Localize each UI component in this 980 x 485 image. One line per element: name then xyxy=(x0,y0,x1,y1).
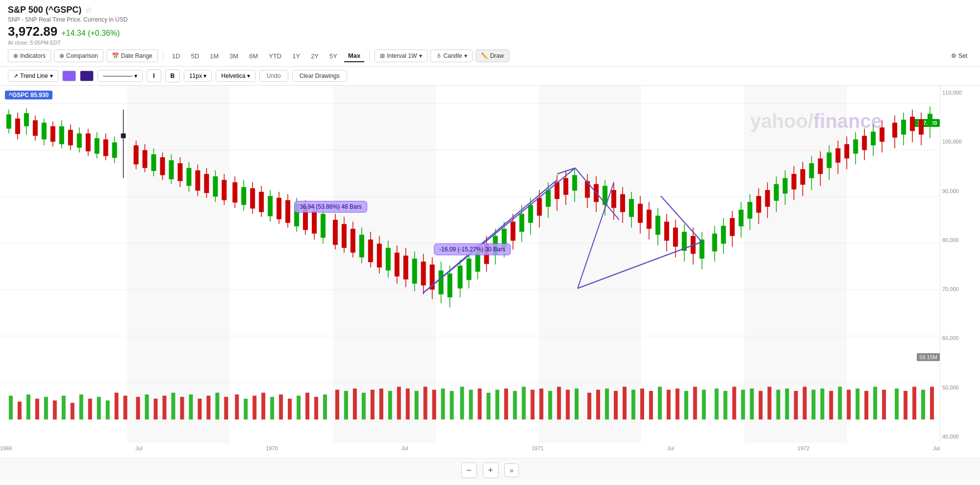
svg-rect-238 xyxy=(136,397,140,419)
period-5d[interactable]: 5D xyxy=(187,50,203,62)
price-change: +14.34 (+0.36%) xyxy=(61,29,120,38)
bold-button[interactable]: B xyxy=(165,70,180,82)
svg-rect-216 xyxy=(928,114,932,127)
svg-rect-228 xyxy=(44,397,48,419)
svg-rect-247 xyxy=(215,393,219,420)
expand-button[interactable]: » xyxy=(504,463,519,477)
svg-rect-14 xyxy=(15,119,20,134)
svg-rect-38 xyxy=(121,133,126,138)
svg-rect-146 xyxy=(611,190,616,208)
svg-rect-306 xyxy=(750,388,754,419)
svg-rect-66 xyxy=(250,188,255,208)
candle-button[interactable]: 🕯 Candle ▾ xyxy=(430,49,473,62)
svg-rect-158 xyxy=(664,221,669,241)
svg-rect-299 xyxy=(684,391,688,419)
period-5y[interactable]: 5Y xyxy=(326,50,341,62)
svg-rect-309 xyxy=(777,390,780,420)
svg-rect-281 xyxy=(522,387,526,419)
chart-main[interactable]: ^GSPC 85.930 yahoo/finance 107.920 110,0… xyxy=(0,86,980,443)
svg-rect-291 xyxy=(614,391,618,419)
period-1m[interactable]: 1M xyxy=(206,50,223,62)
trend-line-button[interactable]: ↗ Trend Line ▾ xyxy=(8,70,58,82)
svg-rect-244 xyxy=(189,394,193,419)
svg-rect-325 xyxy=(921,390,925,420)
period-1y[interactable]: 1Y xyxy=(288,50,304,62)
svg-rect-322 xyxy=(895,388,899,419)
clear-drawings-button[interactable]: Clear Drawings xyxy=(292,70,347,82)
svg-rect-168 xyxy=(712,234,717,252)
svg-rect-22 xyxy=(50,126,55,142)
y-label-100: 100,000 xyxy=(942,139,978,145)
svg-rect-318 xyxy=(855,388,859,419)
draw-button[interactable]: ✏️ Draw xyxy=(476,49,509,62)
svg-rect-24 xyxy=(59,126,64,145)
svg-rect-300 xyxy=(693,387,697,419)
undo-button[interactable]: Undo xyxy=(259,70,288,82)
price-label: ^GSPC 85.930 xyxy=(5,91,52,99)
color-swatch-purple[interactable] xyxy=(62,71,76,81)
svg-rect-60 xyxy=(222,180,226,200)
line-style-button[interactable]: ————— ▾ xyxy=(98,70,143,82)
svg-rect-206 xyxy=(879,127,884,142)
period-6m[interactable]: 6M xyxy=(245,50,262,62)
y-label-70: 70,000 xyxy=(942,286,978,292)
svg-rect-314 xyxy=(820,388,824,419)
italic-button[interactable]: I xyxy=(147,70,161,82)
color-swatch-dark-purple[interactable] xyxy=(80,71,94,81)
x-label-jul-2: Jul xyxy=(402,445,408,456)
x-label-1972: 1972 xyxy=(798,445,809,456)
svg-rect-267 xyxy=(397,387,401,419)
period-ytd[interactable]: YTD xyxy=(265,50,285,62)
period-2y[interactable]: 2Y xyxy=(307,50,323,62)
svg-rect-243 xyxy=(180,397,184,419)
svg-rect-303 xyxy=(724,391,728,419)
svg-rect-202 xyxy=(862,136,867,150)
svg-rect-326 xyxy=(930,387,934,419)
font-family-button[interactable]: Helvetica ▾ xyxy=(216,70,255,82)
svg-rect-304 xyxy=(732,387,736,419)
svg-rect-7 xyxy=(127,86,230,443)
svg-rect-302 xyxy=(715,388,719,419)
zoom-out-button[interactable]: − xyxy=(461,462,477,478)
svg-rect-245 xyxy=(198,399,201,420)
svg-rect-293 xyxy=(631,390,635,420)
interval-button[interactable]: ⊞ Interval 1W ▾ xyxy=(375,49,427,62)
font-size-button[interactable]: 11px ▾ xyxy=(184,70,212,82)
svg-rect-94 xyxy=(377,243,382,267)
star-icon[interactable]: ☆ xyxy=(85,5,92,15)
svg-rect-96 xyxy=(386,248,391,270)
svg-rect-82 xyxy=(321,214,326,238)
gear-icon: ⚙ xyxy=(951,52,956,59)
svg-rect-256 xyxy=(297,396,301,420)
x-label-jul-4: Jul xyxy=(933,445,940,456)
svg-rect-44 xyxy=(151,154,156,171)
period-3m[interactable]: 3M xyxy=(226,50,242,62)
svg-rect-269 xyxy=(415,391,419,419)
svg-rect-172 xyxy=(730,218,735,236)
chevron-down-icon-6: ▾ xyxy=(247,73,250,79)
svg-rect-297 xyxy=(667,390,671,420)
chevron-down-icon-2: ▾ xyxy=(464,52,467,59)
svg-rect-26 xyxy=(68,130,73,146)
svg-rect-186 xyxy=(791,174,796,190)
settings-button[interactable]: ⚙ Set xyxy=(946,50,972,62)
svg-rect-92 xyxy=(368,240,373,262)
svg-rect-296 xyxy=(658,387,662,419)
svg-rect-52 xyxy=(186,168,191,186)
comparison-button[interactable]: ⊕ Comparison xyxy=(54,49,103,62)
date-range-button[interactable]: 📅 Date Range xyxy=(106,49,158,62)
svg-rect-56 xyxy=(204,174,209,193)
trend-line-icon: ↗ xyxy=(13,73,18,79)
svg-rect-268 xyxy=(406,388,410,419)
subtitle: SNP - SNP Real Time Price. Currency in U… xyxy=(8,16,972,23)
period-1d[interactable]: 1D xyxy=(168,50,184,62)
zoom-in-button[interactable]: + xyxy=(483,462,499,478)
svg-rect-242 xyxy=(171,393,175,420)
svg-rect-313 xyxy=(811,390,815,420)
svg-rect-258 xyxy=(314,397,318,419)
period-max[interactable]: Max xyxy=(344,50,364,62)
main-toolbar: ⊕ Indicators ⊕ Comparison 📅 Date Range 1… xyxy=(0,46,980,67)
indicators-button[interactable]: ⊕ Indicators xyxy=(8,49,51,62)
svg-rect-292 xyxy=(623,387,627,419)
svg-rect-114 xyxy=(467,259,472,280)
